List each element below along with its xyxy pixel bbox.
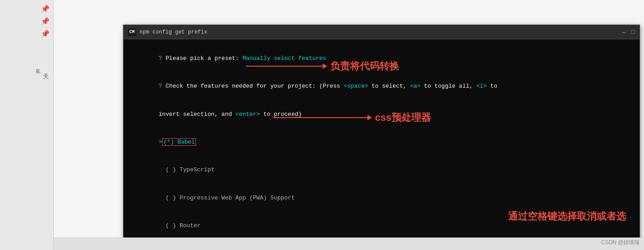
preset-value: Manually select features (243, 55, 326, 62)
pin-icon-1[interactable]: 📌 (41, 4, 50, 13)
minimize-button[interactable]: — (622, 29, 626, 35)
enter-key: <enter> (235, 111, 260, 118)
titlebar-controls: — □ (622, 29, 635, 35)
terminal-line-2: ? Check the features needed for your pro… (131, 72, 632, 100)
terminal-line-router: ( ) Router (131, 212, 632, 240)
terminal-line-typescript: ( ) TypeScript (131, 157, 632, 184)
main-content: CM npm config get prefix — □ ? Please pi… (54, 0, 644, 250)
invert-text: invert selection, and (158, 111, 235, 118)
to-text: to select, (368, 83, 410, 89)
a-key: <a> (410, 83, 420, 89)
bottom-bar: CSDN @妞喵瑞 (54, 237, 644, 250)
pin-icon-3[interactable]: 📌 (41, 30, 50, 38)
watermark: CSDN @妞喵瑞 (601, 239, 640, 246)
babel-item: (*) Babel (162, 138, 196, 146)
i-key: <i> (476, 83, 486, 89)
space-key: <space> (344, 83, 368, 89)
typescript-item: ( ) TypeScript (158, 166, 214, 173)
terminal-body: ? Please pick a preset: Manually select … (124, 39, 640, 250)
prompt-char-1: ? (158, 55, 166, 62)
to-text-2: to (487, 83, 497, 89)
proceed-text: to proceed) (260, 111, 302, 118)
pin-icon-2[interactable]: 📌 (41, 17, 50, 26)
terminal-line-1: ? Please pick a preset: Manually select … (131, 45, 632, 72)
maximize-button[interactable]: □ (631, 29, 635, 35)
titlebar-left: CM npm config get prefix (128, 28, 207, 36)
terminal-window: CM npm config get prefix — □ ? Please pi… (123, 25, 640, 250)
terminal-titlebar: CM npm config get prefix — □ (124, 25, 640, 39)
sidebar-al-label: al (35, 69, 42, 73)
check-features-text: Check the features needed for your proje… (166, 83, 344, 89)
terminal-icon: CM (128, 28, 136, 36)
window-title: npm config get prefix (140, 29, 207, 35)
terminal-line-3: invert selection, and <enter> to proceed… (131, 101, 632, 128)
terminal-line-pwa: ( ) Progressive Web App (PWA) Support (131, 184, 632, 212)
sidebar: 📌 📌 📌 天 al (0, 0, 54, 250)
terminal-line-babel: >(*) Babel (131, 128, 632, 156)
pwa-item: ( ) Progressive Web App (PWA) Support (158, 195, 294, 201)
router-item: ( ) Router (158, 222, 200, 229)
sidebar-label: 天 al (35, 69, 50, 73)
toggle-text: to toggle all, (421, 83, 477, 89)
prompt-char-2: ? (158, 83, 166, 89)
prompt-text-1: Please pick a preset: (166, 55, 243, 62)
